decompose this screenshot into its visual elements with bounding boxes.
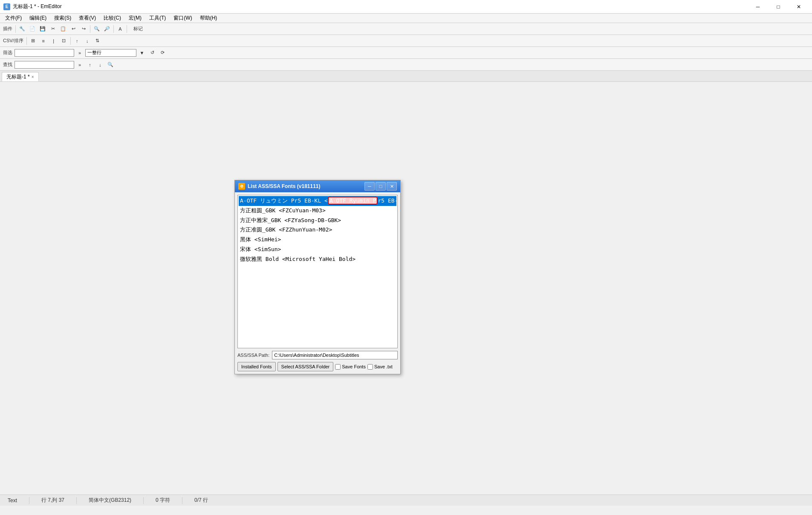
save-txt-label: Save .txt [374, 364, 393, 369]
dialog-buttons-row: Installed Fonts Select ASS/SSA Folder Sa… [237, 362, 398, 371]
dialog-close-btn[interactable]: ✕ [387, 182, 397, 191]
dialog-list-item-2[interactable]: 方正中雅宋_GBK <FZYaSong-DB-GBK> [239, 216, 396, 226]
menu-item-文件(F)[interactable]: 文件(F) [2, 14, 25, 23]
filter-scope[interactable]: 一整行 [85, 49, 136, 57]
app-title: 无标题-1 * - EmEditor [13, 3, 62, 10]
toolbar-row1: 插件 🔧 📄 💾 ✂ 📋 ↩ ↪ 🔍 🔎 A 标记 [0, 23, 812, 35]
dialog-list-item-3[interactable]: 方正准圆_GBK <FZZhunYuan-M02> [239, 225, 396, 235]
tab-close-btn[interactable]: × [32, 75, 34, 79]
dialog-list-item-4[interactable]: 黑体 <SimHei> [239, 235, 396, 245]
filter-btn2[interactable]: ⟳ [158, 48, 167, 58]
save-txt-checkbox-label[interactable]: Save .txt [367, 364, 393, 370]
dialog-list-item-5[interactable]: 宋体 <SimSun> [239, 245, 396, 255]
dialog-list-item-6[interactable]: 微软雅黑 Bold <Microsoft YaHei Bold> [239, 255, 396, 264]
menu-item-查看(V)[interactable]: 查看(V) [75, 14, 99, 23]
menu-item-工具(T)[interactable]: 工具(T) [146, 14, 169, 23]
toolbar-row4: 查找 » ↑ ↓ 🔍 [0, 59, 812, 71]
find-expand[interactable]: » [75, 60, 84, 69]
menu-item-帮助(H)[interactable]: 帮助(H) [196, 14, 221, 23]
find-btn2[interactable]: ↓ [95, 60, 105, 69]
toolbar-btn-1[interactable]: 🔧 [17, 24, 27, 34]
menu-item-宏(M)[interactable]: 宏(M) [125, 14, 145, 23]
dialog-window[interactable]: ⚙ List ASS/SSA Fonts (v181111) ─ □ ✕ [234, 180, 401, 374]
status-encoding: 简体中文(GB2312) [85, 497, 135, 504]
toolbar-find-label: 查找 [2, 61, 14, 68]
toolbar-csv-btn4[interactable]: ⊡ [59, 36, 69, 46]
tab-untitled[interactable]: 无标题-1 * × [2, 72, 39, 81]
dialog-title-bar[interactable]: ⚙ List ASS/SSA Fonts (v181111) ─ □ ✕ [235, 180, 400, 192]
status-chars: 0 字符 [152, 497, 173, 504]
toolbar-csv-btn7[interactable]: ⇅ [93, 36, 102, 46]
menu-item-窗口(W)[interactable]: 窗口(W) [170, 14, 195, 23]
toolbar-csv-btn2[interactable]: ≡ [39, 36, 48, 46]
toolbar-csv-btn6[interactable]: ↓ [83, 36, 92, 46]
installed-fonts-button[interactable]: Installed Fonts [237, 362, 276, 371]
tab-bar: 无标题-1 * × [0, 71, 812, 82]
status-text-mode: Text [4, 498, 20, 503]
toolbar-btn-4[interactable]: ✂ [48, 24, 58, 34]
filter-input[interactable] [14, 49, 74, 57]
find-btn1[interactable]: ↑ [85, 60, 95, 69]
save-fonts-checkbox[interactable] [335, 364, 341, 370]
toolbar-btn-6[interactable]: ↩ [69, 24, 78, 34]
menu-bar: 文件(F)编辑(E)搜索(S)查看(V)比较(C)宏(M)工具(T)窗口(W)帮… [0, 14, 812, 23]
menu-item-编辑(E)[interactable]: 编辑(E) [26, 14, 50, 23]
maximize-button[interactable]: □ [769, 0, 788, 14]
toolbar-btn-2[interactable]: 📄 [28, 24, 37, 34]
toolbar-row3: 筛选 » 一整行 ▼ ↺ ⟳ [0, 47, 812, 59]
select-folder-button[interactable]: Select ASS/SSA Folder [277, 362, 334, 371]
toolbar-csv-btn1[interactable]: ⊞ [29, 36, 38, 46]
toolbar-plugin-label: 插件 [2, 26, 14, 32]
menu-item-搜索(S)[interactable]: 搜索(S) [51, 14, 75, 23]
status-position: 行 7,列 37 [38, 497, 68, 504]
toolbar-csv-btn5[interactable]: ↑ [72, 36, 82, 46]
toolbar-row2: CSV/排序 ⊞ ≡ | ⊡ ↑ ↓ ⇅ [0, 35, 812, 47]
tab-label: 无标题-1 * [6, 73, 30, 81]
toolbar-btn-3[interactable]: 💾 [38, 24, 47, 34]
filter-expand[interactable]: » [75, 48, 84, 58]
toolbar-csv-btn3[interactable]: | [49, 36, 58, 46]
toolbar-csv-label: CSV/排序 [2, 38, 25, 44]
minimize-button[interactable]: ─ [748, 0, 768, 14]
save-fonts-label: Save Fonts [342, 364, 366, 369]
dialog-path-label: ASS/SSA Path: [237, 353, 269, 358]
save-fonts-checkbox-label[interactable]: Save Fonts [335, 364, 366, 370]
toolbar-btn-8[interactable]: 🔍 [92, 24, 101, 34]
filter-scope-expand[interactable]: ▼ [137, 48, 147, 58]
toolbar-filter-label: 筛选 [2, 49, 14, 56]
dialog-listbox[interactable]: A-OTF リュウミン Pr5 EB-KL <A-OTF Ryumin Pr5 … [237, 195, 398, 348]
dialog-path-row: ASS/SSA Path: [237, 351, 398, 359]
toolbar-btn-5[interactable]: 📋 [58, 24, 68, 34]
dialog-list-item-0[interactable]: A-OTF リュウミン Pr5 EB-KL <A-OTF Ryumin Pr5 … [239, 196, 396, 206]
status-lines: 0/7 行 [191, 497, 211, 504]
save-txt-checkbox[interactable] [367, 364, 373, 370]
toolbar-btn-9[interactable]: 🔎 [102, 24, 112, 34]
dialog-title-text: List ASS/SSA Fonts (v181111) [248, 183, 321, 189]
dialog-minimize-btn[interactable]: ─ [364, 182, 375, 191]
dialog-icon: ⚙ [238, 183, 245, 190]
close-button[interactable]: ✕ [789, 0, 809, 14]
toolbar-btn-10[interactable]: A [116, 24, 125, 34]
toolbar-mark-label: 标记 [132, 26, 144, 32]
find-input[interactable] [14, 61, 74, 69]
dialog-path-input[interactable] [272, 351, 398, 359]
toolbar-btn-7[interactable]: ↪ [79, 24, 88, 34]
find-btn3[interactable]: 🔍 [106, 60, 115, 69]
app-icon: E [3, 3, 10, 10]
status-bar: Text 行 7,列 37 简体中文(GB2312) 0 字符 0/7 行 [0, 495, 812, 506]
dialog-maximize-btn[interactable]: □ [376, 182, 386, 191]
menu-item-比较(C)[interactable]: 比较(C) [100, 14, 124, 23]
dialog-list-item-1[interactable]: 方正粗圆_GBK <FZCuYuan-M03> [239, 206, 396, 216]
filter-btn1[interactable]: ↺ [147, 48, 157, 58]
